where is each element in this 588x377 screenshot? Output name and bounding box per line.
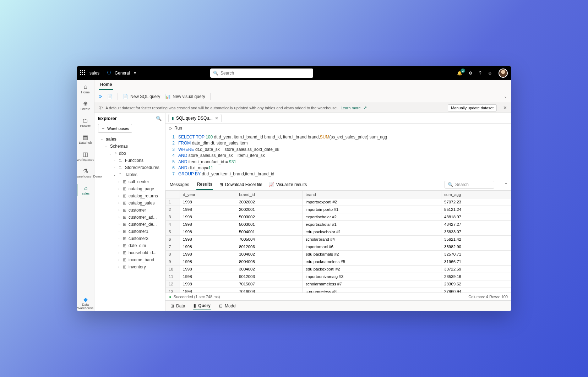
results-tabs: Messages Results ⊞Download Excel file 📈V… <box>165 179 511 191</box>
table-icon: ⊞ <box>123 250 126 255</box>
table-row[interactable]: 1119989012003importounivamalg #328539.16 <box>166 273 511 280</box>
tree-node-table[interactable]: ›⊞household_d... <box>97 249 163 256</box>
folder-icon: 🗀 <box>119 165 123 170</box>
global-search[interactable]: 🔍 Search <box>210 69 313 78</box>
tree-node-table[interactable]: ›⊞catalog_sales <box>97 200 163 207</box>
folder-icon: 🗀 <box>119 158 123 163</box>
table-row[interactable]: 219982002001importoimporto #155121.24 <box>166 206 511 213</box>
chevron-right-icon: › <box>117 237 121 240</box>
close-tab-icon[interactable]: ✕ <box>215 116 218 121</box>
info-bar: ⓘ A default dataset for faster reporting… <box>94 103 511 113</box>
add-warehouse-button[interactable]: ＋Warehouses <box>98 124 132 133</box>
tree-node-sales[interactable]: ⌄sales <box>97 136 163 143</box>
settings-icon[interactable]: ⚙ <box>469 71 473 76</box>
tree-node-table[interactable]: ›⊞customer1 <box>97 228 163 235</box>
rail-home[interactable]: ⌂Home <box>80 83 90 95</box>
chevron-down-icon[interactable]: ▼ <box>134 71 137 75</box>
tree-node-table[interactable]: ›⊞customer3 <box>97 235 163 242</box>
table-row[interactable]: 119983002002importoexporti #257072.23 <box>166 198 511 206</box>
table-row[interactable]: 819981004002edu packamalg #232570.71 <box>166 250 511 258</box>
tree-node-tables[interactable]: ⌄🗀Tables <box>97 171 163 178</box>
status-text: Succeeded (1 sec 748 ms) <box>174 295 220 299</box>
folder-icon: 🗀 <box>82 118 88 124</box>
rail-workspaces[interactable]: ◫Workspaces <box>77 151 95 162</box>
chevron-right-icon: › <box>117 215 121 219</box>
tree-node-schemas[interactable]: ⌄Schemas <box>97 143 163 150</box>
tab-messages[interactable]: Messages <box>169 180 190 190</box>
table-icon: ⊞ <box>123 243 126 248</box>
sensitivity-label[interactable]: General <box>115 71 130 76</box>
row-col-count: Columns: 4 Rows: 100 <box>468 295 508 299</box>
topbar: sales 🛡 General ▼ 🔍 Search 🔔 2 ⚙ ? ☺ <box>77 66 511 80</box>
workspace-name[interactable]: sales <box>89 71 99 76</box>
table-row[interactable]: 419985003001exportischolar #143427.27 <box>166 220 511 228</box>
editor-tab[interactable]: ▮ SQL query DSQu... ✕ <box>168 114 222 122</box>
download-excel-button[interactable]: ⊞Download Excel file <box>219 182 262 187</box>
code-editor[interactable]: 1SELECT TOP 100 dt.d_year, item.i_brand_… <box>165 133 511 179</box>
rail-create[interactable]: ⊕Create <box>80 100 91 111</box>
tree-node-sprocs[interactable]: ›🗀StoredProcedures <box>97 164 163 171</box>
open-button[interactable]: 📄 <box>107 94 113 99</box>
results-search[interactable]: 🔍Search <box>445 181 494 188</box>
close-icon[interactable]: ✕ <box>503 105 507 110</box>
collapse-icon[interactable]: ⌃ <box>504 182 508 187</box>
view-tab-data[interactable]: ⊞Data <box>170 302 186 310</box>
app-launcher-icon[interactable] <box>80 70 86 76</box>
editor-tab-title: SQL query DSQu... <box>176 116 213 121</box>
table-row[interactable]: 319985003002exportischolar #243818.97 <box>166 213 511 220</box>
table-icon: ⊞ <box>123 222 126 227</box>
schema-icon: ᛜ <box>114 151 117 156</box>
tree-node-dbo[interactable]: ⌄ᛜdbo <box>97 150 163 157</box>
table-icon: ⊞ <box>123 208 126 213</box>
table-row[interactable]: 719988012006importomaxi #633982.90 <box>166 243 511 250</box>
view-tab-model[interactable]: ⊟Model <box>218 302 237 310</box>
tree-node-table[interactable]: ›⊞call_center <box>97 178 163 185</box>
view-tab-query[interactable]: ▮Query <box>193 302 211 310</box>
results-grid[interactable]: d_yearbrand_idbrandsum_agg119983002002im… <box>165 191 511 293</box>
feedback-icon[interactable]: ☺ <box>488 71 492 76</box>
run-button[interactable]: Run <box>174 126 182 131</box>
new-sql-query-button[interactable]: 📄New SQL query <box>123 94 160 99</box>
table-row[interactable]: 919988004005edu packnameless #531966.71 <box>166 258 511 265</box>
tree-node-table[interactable]: ›⊞customer_de... <box>97 221 163 228</box>
user-avatar[interactable] <box>499 69 508 78</box>
new-visual-query-button[interactable]: 📊New visual query <box>165 94 205 99</box>
rail-datahub[interactable]: ▤Data hub <box>78 133 93 145</box>
table-row[interactable]: 619987005004scholarbrand #435621.42 <box>166 235 511 243</box>
tab-results[interactable]: Results <box>196 179 213 190</box>
chevron-right-icon: › <box>113 166 116 169</box>
rail-browse[interactable]: 🗀Browse <box>79 117 91 129</box>
visualize-results-button[interactable]: 📈Visualize results <box>269 182 307 187</box>
run-bar: ▷ Run <box>165 124 511 133</box>
manually-update-button[interactable]: Manually update dataset <box>448 104 497 111</box>
table-row[interactable]: 1019983004002edu packexporti #230722.59 <box>166 265 511 273</box>
tree-node-table[interactable]: ›⊞customer_ad... <box>97 214 163 221</box>
notifications-button[interactable]: 🔔 2 <box>457 71 462 76</box>
ribbon-tab-home[interactable]: Home <box>99 80 113 90</box>
toolbar-expand[interactable]: ⌄ <box>504 94 507 99</box>
refresh-button[interactable]: ⟳ <box>99 94 102 99</box>
table-row[interactable]: 1219987015007scholarnameless #728369.62 <box>166 280 511 288</box>
plus-circle-icon: ⊕ <box>83 100 88 107</box>
editor-panel: ▮ SQL query DSQu... ✕ ▷ Run 1SELECT TOP … <box>165 113 511 311</box>
table-row[interactable]: 1319987016008corpnameless #827960.94 <box>166 288 511 293</box>
search-icon[interactable]: 🔍 <box>156 116 162 121</box>
tree-node-table[interactable]: ›⊞customer <box>97 207 163 214</box>
table-icon: ⊞ <box>123 179 126 184</box>
help-icon[interactable]: ? <box>479 71 481 76</box>
tree-node-functions[interactable]: ›🗀Functions <box>97 157 163 164</box>
rail-data-warehouse[interactable]: ◆Data Warehouse <box>77 296 94 311</box>
tree-node-table[interactable]: ›⊞catalog_returns <box>97 192 163 200</box>
table-row[interactable]: 519985004001edu packscholar #135833.07 <box>166 228 511 235</box>
learn-more-link[interactable]: Learn more <box>341 106 360 110</box>
chevron-right-icon: › <box>113 159 116 162</box>
rail-sales[interactable]: ⌂sales <box>77 184 94 196</box>
tree-node-table[interactable]: ›⊞date_dim <box>97 242 163 249</box>
table-icon: ⊞ <box>123 236 126 241</box>
tree-node-table[interactable]: ›⊞catalog_page <box>97 185 163 192</box>
data-warehouse-icon: ◆ <box>83 296 88 303</box>
tree-node-table[interactable]: ›⊞income_band <box>97 256 163 263</box>
chevron-right-icon: › <box>117 265 121 269</box>
table-icon: ⊞ <box>123 201 126 206</box>
tree-node-table[interactable]: ›⊞inventory <box>97 263 163 271</box>
